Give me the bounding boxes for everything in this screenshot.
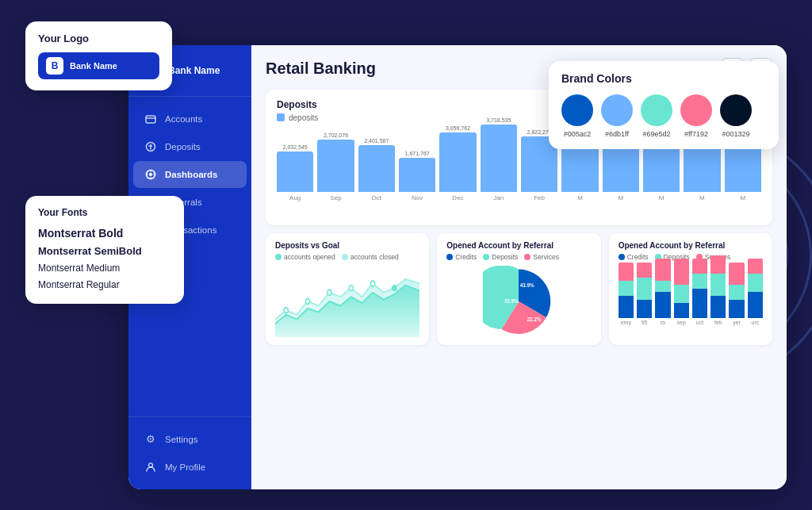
deposits-segment [619, 281, 634, 296]
accounts-icon [144, 113, 157, 125]
area-chart [275, 266, 419, 337]
bar-group: 3,718,535Jan [481, 117, 517, 201]
deposits-legend-label: deposits [289, 113, 318, 122]
svg-point-16 [349, 285, 353, 290]
deposits-segment [710, 274, 726, 296]
color-swatches: #005ac2 #6db1ff #69e5d2 #ff7192 #001329 [561, 94, 766, 138]
stacked-bar [710, 255, 726, 318]
credits-segment [692, 289, 707, 318]
deposits-segment [674, 285, 689, 303]
bar-label: Dec [452, 194, 463, 201]
stacked-bar-label: sep [677, 320, 686, 325]
stacked-bar [692, 259, 707, 318]
credits-segment [748, 292, 763, 318]
color-swatch-1: #005ac2 [561, 94, 593, 138]
page-title: Retail Banking [266, 59, 376, 78]
pie-deposits-label: Deposits [492, 253, 518, 261]
bar-value: 2,401,587 [364, 138, 389, 144]
svg-point-17 [370, 281, 374, 286]
services-segment [729, 263, 744, 285]
sidebar-label-profile: My Profile [165, 462, 205, 472]
stacked-bar [748, 259, 763, 318]
deposits-segment [692, 274, 707, 289]
credits-label: Credits [455, 253, 477, 261]
font-bold: Montserrat Bold [38, 224, 171, 243]
svg-text:43.9%: 43.9% [520, 282, 534, 288]
pie-deposits-legend: Deposits [483, 253, 518, 261]
accounts-closed-legend: accounts closed [342, 253, 399, 261]
services-segment [619, 263, 634, 281]
credits-segment [655, 292, 670, 318]
bar-label: Aug [289, 194, 301, 201]
color-circle-2 [601, 94, 633, 126]
sidebar-item-settings[interactable]: ⚙ Settings [133, 426, 247, 453]
deposits-vs-goal-card: Deposits vs Goal accounts opened account… [266, 233, 429, 345]
stacked-bar-group: emy [619, 263, 634, 325]
sidebar-item-deposits[interactable]: Deposits [133, 133, 247, 160]
floating-logo-bank: Bank Name [70, 61, 117, 71]
bar-value: 2,702,076 [324, 132, 348, 138]
color-swatch-4: #ff7192 [680, 94, 712, 138]
svg-point-13 [284, 307, 288, 313]
sidebar-item-dashboards[interactable]: Dashboards [133, 161, 247, 188]
profile-icon [144, 461, 157, 474]
bar-group: 3,056,762Dec [439, 125, 476, 201]
color-swatch-3: #69e5d2 [641, 94, 672, 138]
color-label-5: #001329 [722, 130, 749, 138]
bar-label: M [699, 194, 705, 201]
stacked-bar [674, 259, 689, 318]
deposits-segment [655, 281, 670, 292]
accounts-closed-dot [342, 254, 348, 260]
deposits-segment [729, 285, 744, 300]
stacked-bar-label: uct [696, 320, 703, 325]
floating-logo-icon: B [46, 57, 63, 75]
charts-row: Deposits vs Goal accounts opened account… [266, 233, 772, 345]
main-container: Your Logo B Bank Name Your Fonts Montser… [25, 21, 787, 489]
color-circle-4 [680, 94, 712, 126]
font-semibold: Montserrat SemiBold [38, 243, 171, 260]
sidebar-label-settings: Settings [165, 435, 198, 444]
deposits-legend-dot [277, 113, 285, 121]
deposits-segment [748, 274, 763, 292]
credits-segment [674, 303, 689, 318]
credits-legend: Credits [446, 253, 477, 261]
floating-fonts-panel: Your Fonts Montserrat Bold Montserrat Se… [25, 196, 184, 305]
bar-label: M [740, 194, 745, 201]
stacked-bar-title: Opened Account by Referral [619, 241, 763, 250]
stacked-bar [655, 259, 670, 318]
stacked-bar-group: yer [729, 263, 744, 325]
color-circle-3 [641, 94, 672, 126]
stacked-bar-label: yer [733, 320, 741, 325]
color-label-1: #005ac2 [564, 130, 592, 138]
credits-segment [637, 300, 652, 318]
accounts-opened-label: accounts opened [284, 253, 335, 261]
brand-colors-panel: Brand Colors #005ac2 #6db1ff #69e5d2 #ff… [549, 61, 779, 149]
bar-credits-dot [619, 254, 625, 260]
sidebar-label-accounts: Accounts [165, 114, 202, 124]
fonts-panel-title: Your Fonts [38, 207, 171, 218]
stacked-bar-group: uct [692, 259, 707, 325]
stacked-bar-group: feb [710, 255, 726, 325]
stacked-bars-chart: emy95τοsepuctfebyerurc [619, 266, 763, 337]
stacked-bar-card: Opened Account by Referral Credits Depos… [609, 233, 772, 345]
pie-title: Opened Account by Referral [446, 241, 591, 250]
sidebar-item-accounts[interactable]: Accounts [133, 105, 247, 132]
bar-label: M [659, 194, 665, 201]
pie-legend: Credits Deposits Services [446, 253, 591, 261]
bar-rect [439, 132, 476, 192]
floating-logo-box: B Bank Name [38, 52, 159, 79]
stacked-bar-label: feb [714, 320, 722, 325]
bar-group: 2,032,545Aug [277, 144, 313, 201]
sidebar-item-profile[interactable]: My Profile [133, 454, 247, 481]
accounts-opened-dot [275, 254, 282, 260]
accounts-closed-label: accounts closed [350, 253, 399, 261]
bar-label: Sep [330, 194, 341, 201]
color-label-3: #69e5d2 [642, 130, 670, 138]
stacked-bar-label: urc [752, 320, 760, 325]
pie-chart-card: Opened Account by Referral Credits Depos… [437, 233, 600, 345]
sidebar-bottom: ⚙ Settings My Profile [128, 416, 251, 489]
bar-rect [277, 151, 313, 192]
sidebar-logo-text: Bank Name [168, 65, 220, 76]
stacked-bar-label: το [661, 320, 666, 325]
svg-point-15 [327, 290, 331, 295]
